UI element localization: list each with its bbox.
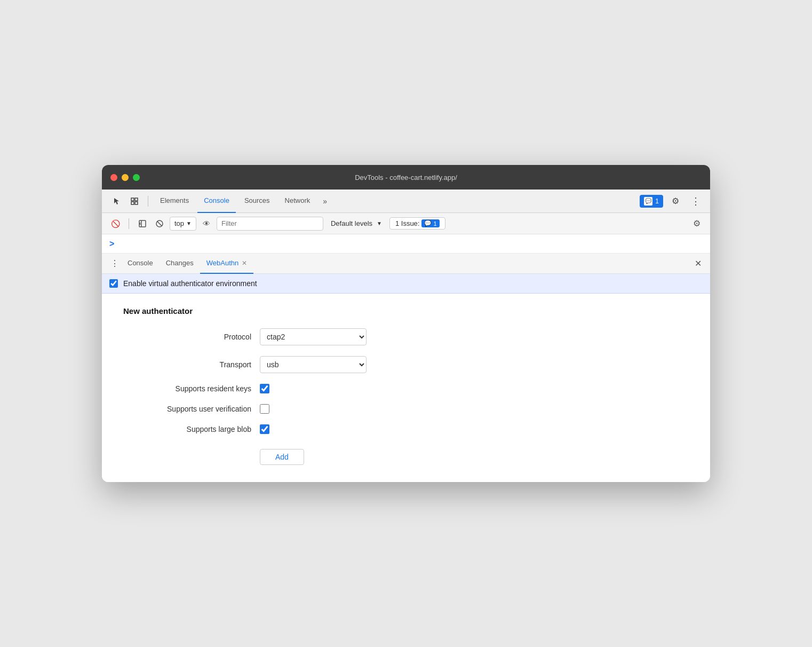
issue-badge-button[interactable]: 💬 1: [640, 195, 663, 208]
svg-rect-1: [135, 198, 138, 201]
panel-tabs: ⋮ Console Changes WebAuthn ✕ ✕: [102, 254, 710, 274]
settings-button[interactable]: ⚙: [667, 193, 683, 209]
tab-changes[interactable]: Changes: [160, 254, 200, 274]
console-prompt-area[interactable]: >: [102, 234, 710, 254]
issue-count-inner-badge: 💬 1: [421, 219, 439, 227]
sidebar-icon: [138, 219, 147, 228]
svg-rect-2: [131, 202, 134, 204]
block-icon: [155, 219, 164, 228]
gear-icon: ⚙: [672, 196, 679, 206]
transport-label: Transport: [134, 360, 251, 369]
transport-select[interactable]: usb nfc ble internal: [260, 356, 367, 373]
resident-keys-label: Supports resident keys: [134, 384, 251, 393]
user-verification-row: Supports user verification: [134, 404, 689, 414]
large-blob-checkbox[interactable]: [260, 424, 269, 434]
devtools-window: DevTools - coffee-cart.netlify.app/ Elem…: [102, 165, 710, 482]
close-button[interactable]: [110, 174, 117, 181]
issue-count-icon: 💬: [424, 220, 432, 227]
more-vert-icon: ⋮: [691, 195, 700, 207]
protocol-select[interactable]: ctap2 u2f: [260, 328, 367, 345]
eye-button[interactable]: 👁: [200, 217, 213, 231]
main-content: New authenticator Protocol ctap2 u2f Tra…: [102, 294, 710, 482]
tab-sources[interactable]: Sources: [238, 190, 276, 213]
tab-network[interactable]: Network: [278, 190, 317, 213]
tab-console-sub[interactable]: Console: [121, 254, 160, 274]
prompt-arrow: >: [109, 239, 114, 249]
more-options-button[interactable]: ⋮: [688, 193, 704, 209]
issue-chat-icon: 💬: [644, 197, 652, 206]
clear-console-button[interactable]: 🚫: [108, 217, 122, 231]
user-verification-label: Supports user verification: [134, 405, 251, 413]
context-selector[interactable]: top ▼: [170, 217, 196, 231]
sidebar-toggle-button[interactable]: [136, 217, 149, 231]
protocol-row: Protocol ctap2 u2f: [134, 328, 689, 345]
resident-keys-row: Supports resident keys: [134, 384, 689, 393]
eye-icon: 👁: [203, 219, 210, 228]
tab-console[interactable]: Console: [197, 190, 236, 213]
svg-line-7: [157, 221, 162, 226]
section-title: New authenticator: [123, 306, 689, 315]
inspect-icon[interactable]: [126, 193, 142, 209]
more-tabs-button[interactable]: »: [319, 194, 331, 209]
tab-elements[interactable]: Elements: [154, 190, 195, 213]
large-blob-row: Supports large blob: [134, 424, 689, 434]
close-webauthn-tab[interactable]: ✕: [242, 259, 247, 267]
levels-dropdown-icon: ▼: [377, 220, 382, 226]
window-title: DevTools - coffee-cart.netlify.app/: [355, 173, 457, 182]
filter-errors-button[interactable]: [153, 217, 166, 231]
nav-bar: Elements Console Sources Network » 💬 1 ⚙…: [102, 190, 710, 213]
large-blob-label: Supports large blob: [134, 425, 251, 433]
svg-rect-3: [135, 202, 138, 204]
issue-count: 1: [655, 198, 659, 205]
enable-authenticator-checkbox[interactable]: [109, 279, 118, 288]
enable-authenticator-label[interactable]: Enable virtual authenticator environment: [123, 279, 257, 288]
maximize-button[interactable]: [133, 174, 140, 181]
protocol-label: Protocol: [134, 333, 251, 341]
console-gear-icon: ⚙: [693, 218, 700, 228]
console-toolbar: 🚫 top ▼ 👁 Default levels ▼: [102, 213, 710, 234]
user-verification-checkbox[interactable]: [260, 404, 269, 414]
authenticator-form: Protocol ctap2 u2f Transport usb nfc ble…: [123, 328, 689, 465]
issue-count-text: 1 Issue:: [395, 219, 420, 227]
tab-webauthn[interactable]: WebAuthn ✕: [200, 254, 253, 274]
enable-authenticator-bar: Enable virtual authenticator environment: [102, 274, 710, 294]
issue-count-badge[interactable]: 1 Issue: 💬 1: [389, 217, 445, 230]
context-dropdown-icon: ▼: [186, 220, 192, 226]
issue-count-num: 1: [433, 220, 436, 227]
console-settings-button[interactable]: ⚙: [690, 217, 704, 231]
minimize-button[interactable]: [122, 174, 129, 181]
traffic-lights: [110, 174, 140, 181]
context-label: top: [174, 219, 184, 227]
svg-rect-0: [131, 198, 134, 201]
transport-row: Transport usb nfc ble internal: [134, 356, 689, 373]
add-button-row: Add: [134, 445, 689, 465]
nav-right: 💬 1 ⚙ ⋮: [640, 193, 704, 209]
cursor-icon[interactable]: [108, 193, 124, 209]
toolbar-separator: [129, 218, 129, 229]
add-button[interactable]: Add: [260, 449, 304, 465]
default-levels-button[interactable]: Default levels ▼: [327, 217, 386, 231]
resident-keys-checkbox[interactable]: [260, 384, 269, 393]
default-levels-label: Default levels: [331, 219, 372, 227]
filter-input[interactable]: [217, 217, 323, 231]
close-panel-icon: ✕: [695, 259, 702, 268]
title-bar: DevTools - coffee-cart.netlify.app/: [102, 165, 710, 190]
clear-icon: 🚫: [111, 219, 120, 228]
close-panel-button[interactable]: ✕: [692, 256, 704, 271]
nav-separator: [148, 196, 148, 207]
panel-more-button[interactable]: ⋮: [108, 257, 121, 270]
